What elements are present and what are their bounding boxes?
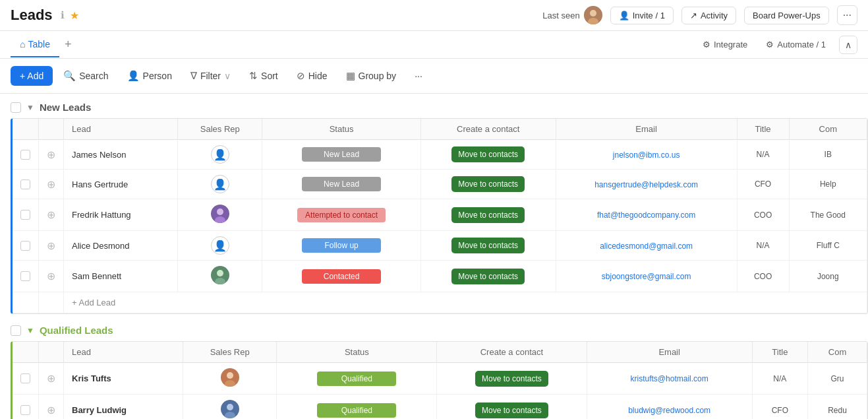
automate-button[interactable]: ⚙ Automate / 1 (761, 37, 831, 52)
person-icon: 👤 (127, 70, 140, 82)
add-row-icon[interactable]: ⊕ (47, 209, 55, 220)
add-row-icon[interactable]: ⊕ (47, 373, 55, 384)
svg-point-10 (227, 372, 233, 379)
salesrep-col-header: Sales Rep (183, 342, 277, 363)
email[interactable]: bludwig@redwood.com (628, 406, 710, 415)
lead-name: Alice Desmond (64, 231, 178, 261)
company: Fluff C (789, 231, 867, 261)
company-col-header: Com (808, 342, 867, 363)
group-by-button[interactable]: ▦ Group by (338, 65, 405, 86)
sales-rep-placeholder[interactable]: 👤 (211, 145, 229, 164)
last-seen: Last seen (542, 6, 602, 24)
table-icon: ⌂ (20, 39, 25, 49)
title: COO (737, 199, 789, 231)
lead-name: Sam Bennett (64, 261, 178, 292)
sales-rep-placeholder[interactable]: 👤 (211, 175, 229, 193)
more-options-button[interactable]: ··· (837, 5, 857, 25)
sales-rep-avatar (221, 368, 239, 387)
search-button[interactable]: 🔍 Search (55, 65, 116, 86)
header-actions: Last seen 👤 Invite / 1 ↗ Activity Board … (542, 5, 857, 25)
email[interactable]: sbjoongstore@gmail.com (602, 272, 691, 281)
move-to-contacts-button[interactable]: Move to contacts (475, 403, 548, 418)
checkbox-col-header (13, 119, 39, 140)
star-icon[interactable]: ★ (70, 9, 79, 22)
hide-button[interactable]: ⊘ Hide (289, 65, 335, 86)
more-toolbar-button[interactable]: ··· (407, 66, 430, 86)
email[interactable]: fhat@thegoodcompany.com (597, 210, 695, 220)
row-checkbox[interactable] (20, 271, 30, 281)
board-power-ups-button[interactable]: Board Power-Ups (744, 7, 829, 24)
person-filter-button[interactable]: 👤 Person (119, 65, 180, 86)
title-col-header: Title (737, 119, 789, 140)
move-to-contacts-button[interactable]: Move to contacts (451, 146, 525, 162)
tab-table[interactable]: ⌂ Table (11, 32, 59, 57)
toolbar: + Add 🔍 Search 👤 Person ∇ Filter ∨ ⇅ Sor… (0, 59, 868, 94)
row-checkbox[interactable] (20, 405, 30, 415)
page-title: Leads (11, 7, 53, 24)
row-checkbox[interactable] (20, 150, 30, 160)
filter-button[interactable]: ∇ Filter ∨ (183, 65, 239, 86)
group-icon: ▦ (346, 70, 355, 82)
add-button[interactable]: + Add (11, 66, 53, 86)
add-row-icon[interactable]: ⊕ (47, 149, 55, 160)
qualified-leads-checkbox[interactable] (11, 325, 21, 336)
sales-rep-avatar (211, 266, 229, 284)
new-leads-table-container: Lead Sales Rep Status Create a contact E… (11, 118, 868, 314)
invite-button[interactable]: 👤 Invite / 1 (610, 7, 674, 24)
qualified-leads-header: ▼ Qualified Leads (0, 317, 868, 341)
lead-name: Barry Ludwig (64, 395, 183, 420)
status-badge: New Lead (302, 177, 381, 191)
email[interactable]: jnelson@ibm.co.us (613, 150, 680, 160)
row-checkbox[interactable] (20, 241, 30, 251)
collapse-button[interactable]: ∧ (839, 36, 857, 54)
qualified-leads-chevron[interactable]: ▼ (26, 326, 34, 335)
contact-col-header: Create a contact (420, 119, 556, 140)
qualified-leads-section: ▼ Qualified Leads Lead Sales Rep Status … (0, 317, 868, 419)
new-leads-chevron[interactable]: ▼ (26, 103, 34, 112)
email[interactable]: hansgertrude@helpdesk.com (594, 180, 698, 189)
row-checkbox[interactable] (20, 179, 30, 189)
move-to-contacts-button[interactable]: Move to contacts (451, 238, 525, 253)
icon-col-header (39, 342, 64, 363)
qualified-leads-table-container: Lead Sales Rep Status Create a contact E… (11, 341, 868, 419)
new-leads-checkbox[interactable] (11, 102, 21, 113)
table-row: ⊕ Sam Bennett Contacted Move to contacts… (13, 261, 867, 292)
status-badge: Attempted to contact (297, 208, 386, 222)
svg-point-4 (217, 209, 223, 215)
add-lead-row[interactable]: + Add Lead (13, 292, 867, 313)
move-to-contacts-button[interactable]: Move to contacts (451, 207, 525, 223)
add-row-icon[interactable]: ⊕ (47, 271, 55, 282)
add-lead-label[interactable]: + Add Lead (64, 292, 867, 313)
move-to-contacts-button[interactable]: Move to contacts (451, 176, 525, 192)
lead-col-header: Lead (64, 342, 183, 363)
title: CFO (737, 170, 789, 199)
email[interactable]: kristufts@hotmail.com (631, 374, 709, 383)
lead-name: Kris Tufts (64, 363, 183, 395)
add-tab-button[interactable]: + (59, 31, 77, 58)
row-checkbox[interactable] (20, 373, 30, 383)
contact-col-header: Create a contact (437, 342, 587, 363)
title: CFO (752, 395, 807, 420)
add-row-icon[interactable]: ⊕ (47, 240, 55, 251)
sort-button[interactable]: ⇅ Sort (241, 65, 286, 86)
email[interactable]: alicedesmond@gmail.com (600, 242, 693, 251)
title: N/A (752, 363, 807, 395)
row-checkbox[interactable] (20, 210, 30, 220)
activity-button[interactable]: ↗ Activity (681, 7, 736, 24)
add-row-icon[interactable]: ⊕ (47, 404, 55, 416)
company: Help (789, 170, 867, 199)
add-row-icon[interactable]: ⊕ (47, 179, 55, 190)
tab-bar: ⌂ Table + ⚙ Integrate ⚙ Automate / 1 ∧ (0, 31, 868, 59)
move-to-contacts-button[interactable]: Move to contacts (475, 371, 548, 387)
table-row: ⊕ Kris Tufts Qualified Move to contacts … (13, 363, 867, 395)
title-col-header: Title (752, 342, 807, 363)
status-col-header: Status (277, 342, 437, 363)
title: N/A (737, 140, 789, 170)
integrate-button[interactable]: ⚙ Integrate (697, 37, 753, 52)
company: The Good (789, 199, 867, 231)
email-col-header: Email (587, 342, 752, 363)
move-to-contacts-button[interactable]: Move to contacts (451, 269, 525, 284)
hide-icon: ⊘ (297, 70, 305, 82)
ellipsis-icon: ··· (415, 71, 422, 81)
sales-rep-placeholder[interactable]: 👤 (211, 236, 229, 255)
